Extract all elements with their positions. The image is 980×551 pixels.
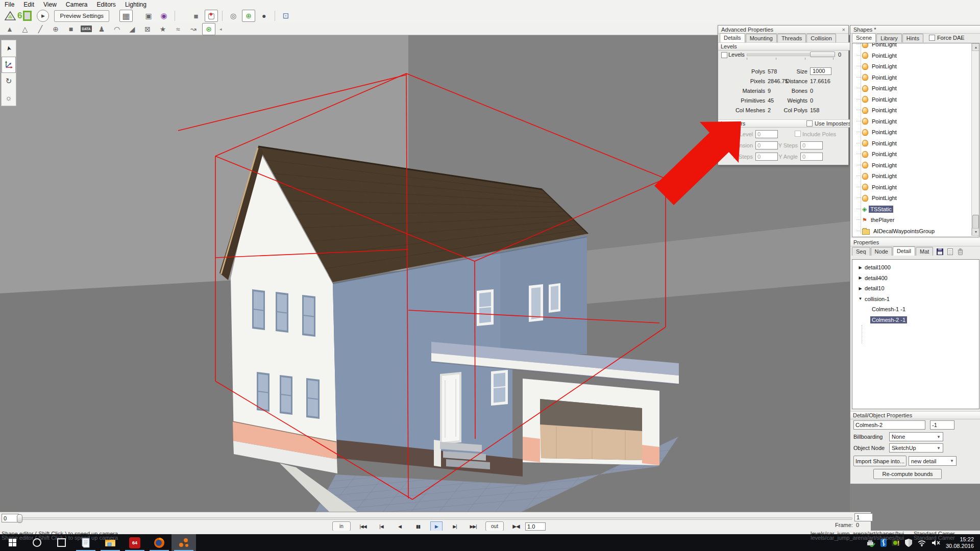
copy-page-button[interactable] [946,247,954,256]
timeline-start-input[interactable]: 0 [2,514,19,522]
taskbar-firefox[interactable] [147,534,172,551]
advanced-properties-title[interactable]: Advanced Properties × [718,26,848,34]
light-tool-icon[interactable]: ☼ [2,89,16,106]
use-imposters-checkbox[interactable] [806,120,813,127]
wireframe-render-icon[interactable]: ▢✚ [205,10,218,22]
globe-tool-icon[interactable]: ⊕ [49,23,62,35]
imposter-level-input[interactable]: 0 [755,130,778,138]
pause-button[interactable]: ▮▮ [412,521,424,531]
datablock-tool-icon[interactable]: DATA [80,23,93,35]
timeline-slider-thumb[interactable] [17,514,22,523]
scene-tree-scrollbar[interactable]: ▲ ▼ [971,43,979,236]
select-tool-icon[interactable]: ➤ [2,40,16,57]
terrain-raise-icon[interactable]: ▲ [3,23,16,35]
y-steps-input[interactable]: 0 [800,141,823,149]
scene-tree-item[interactable]: PointLight [856,51,898,60]
detail-size-input[interactable]: -1 [930,420,954,430]
trash-button[interactable] [956,247,964,256]
shape-editor-tool-icon[interactable]: ⊛ [202,23,215,35]
recompute-bounds-button[interactable]: Re-compute bounds [873,469,942,479]
toolbar-overflow-arrow[interactable]: ◂ [219,27,222,32]
menu-item[interactable]: Editors [92,1,120,9]
expand-arrow-icon[interactable]: ▼ [857,296,863,301]
world-transform-icon[interactable]: ◎ [227,10,240,22]
pingpong-button[interactable]: ▶◀ [510,521,522,531]
menu-item[interactable]: Camera [61,1,92,9]
shapes-tab[interactable]: Scene [852,33,876,42]
shapes-panel-title[interactable]: Shapes * [850,26,980,34]
speed-input[interactable]: 1.0 [525,522,546,531]
advanced-tab[interactable]: Collision [806,34,836,42]
advanced-tab[interactable]: Mounting [746,34,777,42]
play-button[interactable]: ▶ [430,521,443,531]
ramp-tool-icon[interactable]: ◢ [126,23,139,35]
properties-tab[interactable]: Mat [916,247,933,256]
taskbar-shape-editor-app[interactable] [172,534,196,551]
defender-shield-icon[interactable] [905,539,912,547]
detail-tree-item[interactable]: Colmesh-2 -1 [865,315,907,324]
feather-tool-icon[interactable]: ◠ [110,23,124,35]
scene-tree-item[interactable]: PointLight [856,73,898,82]
save-shape-button[interactable] [936,247,944,256]
last-frame-button[interactable]: ▶▶| [467,521,479,531]
levels-slider-thumb[interactable] [810,52,835,57]
billboarding-select[interactable]: None▼ [889,432,943,441]
menu-item[interactable]: View [39,1,61,9]
x-steps-input[interactable]: 0 [755,153,778,161]
camera-record-icon[interactable]: ◉ [157,10,170,22]
imposter-dimension-input[interactable]: 0 [755,141,778,149]
scene-tree-item[interactable]: PointLight [856,183,898,192]
object-transform-icon[interactable]: ⊕ [242,10,255,22]
panels-layout-icon[interactable]: ⊡ [279,10,292,22]
grid-toggle-button[interactable]: ▦ [119,10,133,22]
properties-panel-title[interactable]: Properties [850,238,980,246]
close-icon[interactable]: × [842,27,845,33]
y-angle-input[interactable]: 0 [800,153,823,161]
play-game-button[interactable]: ▶ [37,10,49,22]
detail-name-input[interactable]: Colmesh-2 [853,420,925,430]
timeline-slider[interactable] [20,517,852,520]
advanced-tab[interactable]: Threads [777,34,806,42]
water-tool-icon[interactable]: ≈ [172,23,185,35]
scene-tree-item[interactable]: PointLight [856,193,898,203]
scene-tree-item[interactable]: PointLight [856,62,898,71]
next-frame-button[interactable]: ▶| [449,521,461,531]
scene-tree-item[interactable]: PointLight [856,149,898,159]
scene-tree-item[interactable]: PointLight [856,43,898,49]
first-frame-button[interactable]: |◀◀ [357,521,369,531]
scroll-up-icon[interactable]: ▲ [972,43,979,51]
scene-tree-item[interactable]: TSStatic [856,205,893,214]
scene-tree-item[interactable]: PointLight [856,106,898,115]
scene-tree-item[interactable]: PointLight [856,95,898,104]
shapes-tab[interactable]: Library [876,34,902,42]
scene-tree-item[interactable]: PointLight [856,84,898,93]
sphere-render-icon[interactable]: ● [257,10,271,22]
scroll-down-icon[interactable]: ▼ [972,228,979,236]
scene-tree-item[interactable]: PointLight [856,171,898,181]
out-button[interactable]: out [485,521,504,531]
detail-tree-item[interactable]: ▼ collision-1 [857,294,891,304]
detail-tree-item[interactable]: ▶ detail10 [857,284,886,293]
force-dae-checkbox[interactable] [929,35,935,41]
road-tool-icon[interactable]: ↝ [187,23,200,35]
include-poles-checkbox[interactable] [795,131,801,137]
properties-tab[interactable]: Node [871,247,892,256]
taskbar-torque-app[interactable]: 64 [122,534,147,551]
expand-arrow-icon[interactable]: ▶ [857,286,863,291]
import-shape-button[interactable]: Import Shape into... [853,456,906,466]
properties-tab[interactable]: Seq [852,247,870,256]
screenshot-icon[interactable]: ▣ [142,10,155,22]
play-backward-button[interactable]: ◀ [394,521,406,531]
expand-arrow-icon[interactable]: ▶ [857,276,863,280]
scene-tree-item[interactable]: PointLight [856,139,898,148]
stamp-tool-icon[interactable]: ♟ [95,23,108,35]
cube-tool-icon[interactable]: ■ [64,23,78,35]
menu-item[interactable]: Edit [19,1,39,9]
in-button[interactable]: in [332,521,351,531]
scene-tree-item[interactable]: PointLight [856,161,898,170]
shapes-tab[interactable]: Hints [902,34,923,42]
particle-tool-icon[interactable]: ★ [156,23,169,35]
menu-item[interactable]: File [0,1,19,9]
levels-checkbox[interactable] [721,52,727,58]
terrain-smooth-icon[interactable]: △ [18,23,32,35]
